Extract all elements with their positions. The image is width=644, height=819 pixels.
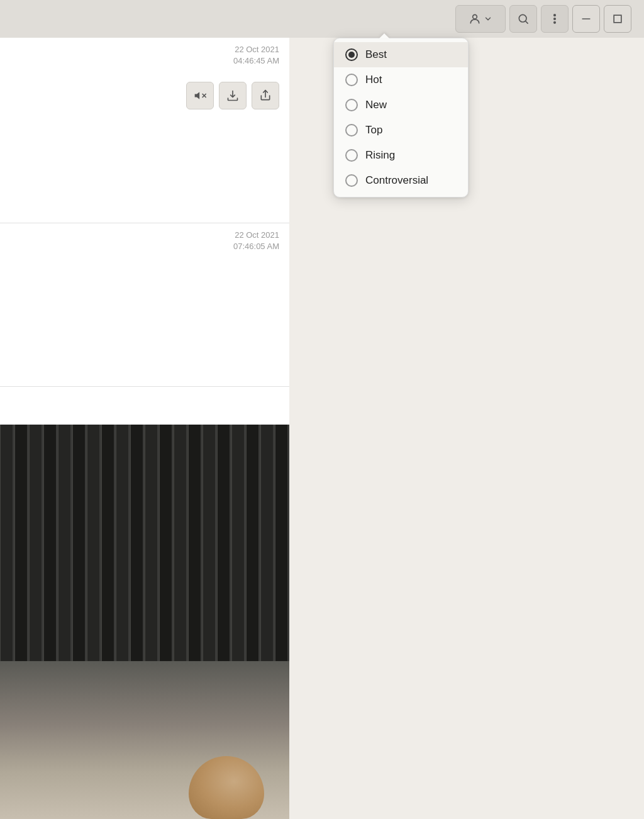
sort-hot-label: Hot [365,74,382,86]
radio-rising [345,149,358,162]
share-icon [259,89,272,102]
lower-area [0,661,289,819]
radio-best [345,48,358,61]
sort-rising-label: Rising [365,149,395,162]
radio-new [345,99,358,111]
titlebar [0,0,644,38]
post-card-image [0,425,289,819]
post-1-date: 22 Oct 2021 04:46:45 AM [0,38,289,72]
radio-hot [345,74,358,86]
post-2-date: 22 Oct 2021 07:46:05 AM [0,223,289,257]
mute-icon [194,89,206,102]
sort-option-controversial[interactable]: Controversial [334,168,468,193]
sort-option-new[interactable]: New [334,92,468,118]
svg-point-3 [554,18,556,20]
sort-dropdown-menu: Best Hot New Top Rising Controversial [333,38,469,198]
svg-point-0 [473,14,477,19]
sort-option-hot[interactable]: Hot [334,67,468,92]
download-button[interactable] [219,82,247,109]
post-1-actions [0,77,289,117]
maximize-icon [611,13,624,25]
minimize-button[interactable] [572,5,600,33]
post-1-body [0,72,289,77]
mute-button[interactable] [186,82,214,109]
minimize-icon [580,13,592,25]
search-button[interactable] [509,5,537,33]
share-button[interactable] [252,82,279,109]
radio-controversial [345,174,358,187]
radio-top [345,124,358,136]
slats [0,425,289,681]
svg-rect-5 [614,15,621,23]
person-icon [469,13,481,25]
post-card-2: 22 Oct 2021 07:46:05 AM [0,223,289,387]
sort-top-label: Top [365,124,382,136]
maximize-button[interactable] [604,5,631,33]
content-area: 22 Oct 2021 04:46:45 AM [0,38,289,819]
download-icon [226,89,239,102]
sort-option-best[interactable]: Best [334,42,468,67]
sort-button[interactable] [455,5,506,33]
chevron-down-icon [484,14,492,23]
post-card-1: 22 Oct 2021 04:46:45 AM [0,38,289,223]
sort-best-label: Best [365,48,387,61]
more-menu-button[interactable] [541,5,569,33]
svg-point-2 [554,14,556,16]
sort-new-label: New [365,99,387,111]
post-2-body [0,257,289,262]
sort-controversial-label: Controversial [365,174,428,187]
head-silhouette [189,756,264,819]
search-icon [517,13,530,25]
more-menu-icon [548,13,561,25]
sort-option-top[interactable]: Top [334,118,468,143]
svg-point-4 [554,22,556,24]
sort-option-rising[interactable]: Rising [334,143,468,168]
kitchen-image [0,425,289,819]
